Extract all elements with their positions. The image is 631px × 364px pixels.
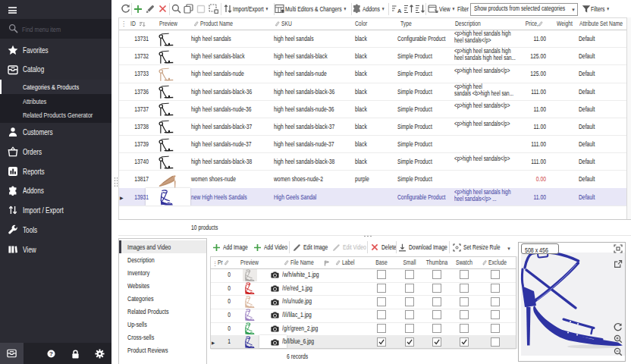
svg-text:A: A <box>397 8 402 14</box>
svg-text:?: ? <box>49 350 53 357</box>
